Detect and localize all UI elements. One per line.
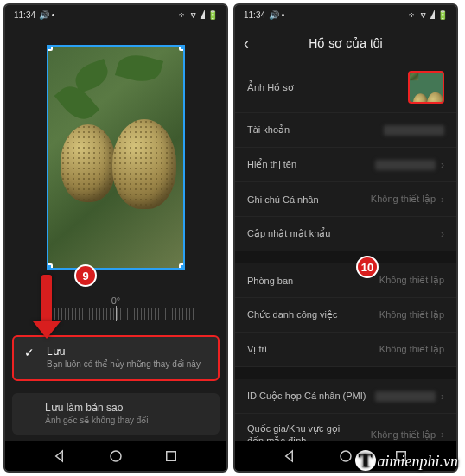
row-profile-photo[interactable]: Ảnh Hồ sơ [235,62,456,113]
chevron-right-icon: › [441,194,444,206]
redacted-value [375,391,436,402]
nav-back-icon[interactable] [283,448,298,464]
save-copy-subtitle: Ảnh gốc sẽ không thay đổi [45,416,149,427]
step-badge-10: 10 [356,256,379,278]
row-job-title[interactable]: Chức danh công việc Không thiết lập [235,298,456,333]
row-department[interactable]: Phòng ban Không thiết lập [235,263,456,298]
svg-point-2 [341,451,351,461]
check-icon: ✓ [24,346,38,359]
back-button[interactable]: ‹ [244,35,249,53]
chevron-right-icon: › [441,428,444,441]
android-nav-bar [5,441,226,471]
chevron-right-icon: › [441,390,444,403]
nav-back-icon[interactable] [53,448,68,464]
step-badge-9: 9 [74,264,97,287]
page-title: Hồ sơ của tôi [309,36,382,50]
save-subtitle: Bạn luôn có thể hủy những thay đổi này [47,359,201,371]
crop-handle-br[interactable] [179,263,185,270]
save-title: Lưu [47,346,201,358]
svg-point-0 [111,451,121,461]
nav-home-icon[interactable] [108,448,124,464]
nav-recent-icon[interactable] [163,448,179,464]
annotation-arrow-icon [33,275,61,339]
redacted-value [375,160,436,170]
crop-handle-tl[interactable] [47,45,53,51]
save-copy-title: Lưu làm bản sao [45,402,149,414]
chevron-right-icon: › [441,228,444,240]
status-bar: 11:34🔊 • ᯤ ⛛ ◢ 🔋 [235,5,456,24]
rotation-slider[interactable] [38,308,194,320]
row-personal-note[interactable]: Ghi chú Cá nhân Không thiết lập› [235,182,456,217]
save-copy-option[interactable]: Lưu làm bản sao Ảnh gốc sẽ không thay đổ… [12,393,220,435]
row-pmi[interactable]: ID Cuộc họp Cá nhân (PMI) › [235,379,456,414]
row-display-name[interactable]: Hiển thị tên › [235,148,456,182]
row-location[interactable]: Vị trí Không thiết lập [235,333,456,367]
status-bar: 11:34🔊 • ᯤ ⛛ ◢ 🔋 [5,5,226,24]
redacted-value [384,125,444,136]
crop-handle-bl[interactable] [47,263,53,270]
profile-thumbnail [408,71,444,104]
watermark: Taimienphi.vn [355,450,458,472]
title-bar: ‹ Hồ sơ của tôi [235,24,456,62]
row-account[interactable]: Tài khoản [235,113,456,148]
svg-rect-1 [167,452,176,461]
nav-home-icon[interactable] [338,448,354,464]
save-option[interactable]: ✓ Lưu Bạn luôn có thể hủy những thay đổi… [12,335,220,381]
row-update-password[interactable]: Cập nhật mật khẩu › [235,217,456,251]
crop-box[interactable] [47,45,185,270]
rotation-value: 0° [111,295,121,306]
chevron-right-icon: › [441,159,444,171]
row-default-call-region[interactable]: Quốc gia/Khu vực gọi đến mặc định Không … [235,414,456,441]
crop-handle-tr[interactable] [179,45,185,51]
